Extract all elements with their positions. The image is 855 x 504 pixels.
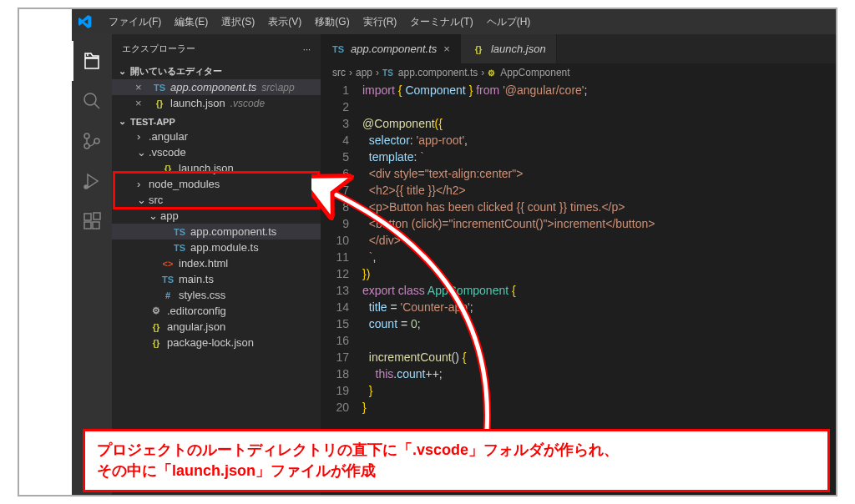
svg-rect-5 [84,214,91,220]
file-item[interactable]: TSapp.component.ts [112,224,321,239]
file-type-icon: TS [172,227,187,237]
file-type-icon: {} [471,44,486,54]
explorer-icon[interactable] [72,41,112,81]
sidebar-explorer: エクスプローラー ··· ⌄ 開いているエディター ×TSapp.compone… [112,34,321,495]
titlebar: ファイル(F)編集(E)選択(S)表示(V)移動(G)実行(R)ターミナル(T)… [72,9,836,34]
open-editors-list: ×TSapp.component.tssrc\app×{}launch.json… [112,79,321,111]
menu-bar: ファイル(F)編集(E)選択(S)表示(V)移動(G)実行(R)ターミナル(T)… [102,15,537,29]
folder-item[interactable]: ›.angular [112,129,321,144]
annotation-text: プロジェクトのルートディレクトリの直下に「.vscode」フォルダが作られ、 そ… [83,429,830,492]
svg-point-2 [84,144,89,149]
file-type-icon: <> [160,259,175,269]
file-type-icon: {} [149,322,164,332]
sidebar-title: エクスプローラー [122,43,195,55]
file-item[interactable]: TSapp.module.ts [112,239,321,255]
editor-tab[interactable]: {}launch.json [461,34,557,63]
folder-item[interactable]: ⌄app [112,208,321,224]
svg-point-4 [84,185,88,189]
file-item[interactable]: ⚙.editorconfig [112,303,321,319]
breadcrumb[interactable]: src›app›TSapp.component.ts›⚙AppComponent [321,63,836,82]
svg-point-1 [84,134,89,139]
menu-item[interactable]: 実行(R) [357,15,404,29]
svg-point-0 [84,93,96,105]
file-type-icon: {} [152,98,167,108]
svg-rect-7 [93,222,99,229]
breadcrumb-icon: TS [382,68,393,78]
menu-item[interactable]: 選択(S) [215,15,261,29]
file-type-icon: {} [160,164,175,174]
menu-item[interactable]: ヘルプ(H) [480,15,538,29]
close-icon[interactable]: × [135,81,149,93]
close-icon[interactable]: × [135,97,149,109]
file-type-icon: TS [172,243,187,253]
menu-item[interactable]: ターミナル(T) [403,15,479,29]
menu-item[interactable]: 移動(G) [308,15,356,29]
menu-item[interactable]: 編集(E) [168,15,215,29]
project-root-header[interactable]: ⌄ TEST-APP [112,114,321,129]
chevron-right-icon: › [137,178,149,190]
close-icon[interactable]: × [443,43,450,55]
file-type-icon: # [160,290,175,300]
activity-bar [72,34,112,495]
chevron-down-icon: ⌄ [137,194,149,206]
file-item[interactable]: {}package-lock.json [112,335,321,350]
chevron-down-icon: ⌄ [119,66,130,77]
editor-tabs: TSapp.component.ts×{}launch.json [321,34,836,63]
open-editor-item[interactable]: ×TSapp.component.tssrc\app [112,79,321,95]
file-item[interactable]: {}angular.json [112,319,321,335]
breadcrumb-icon: ⚙ [488,68,495,78]
svg-rect-6 [84,222,91,229]
open-editor-item[interactable]: ×{}launch.json.vscode [112,95,321,111]
folder-item[interactable]: ⌄src [112,192,321,208]
file-item[interactable]: <>index.html [112,255,321,271]
breadcrumb-segment[interactable]: src [332,67,346,78]
file-type-icon: ⚙ [149,305,164,316]
folder-item[interactable]: ⌄.vscode [112,144,321,160]
menu-item[interactable]: ファイル(F) [102,15,168,29]
breadcrumb-segment[interactable]: app.component.ts [398,67,478,78]
debug-icon[interactable] [72,161,112,201]
extensions-icon[interactable] [72,201,112,241]
chevron-down-icon: ⌄ [137,146,149,159]
breadcrumb-segment[interactable]: AppComponent [500,67,569,78]
file-item[interactable]: #styles.css [112,287,321,303]
more-icon[interactable]: ··· [303,44,311,54]
open-editors-header[interactable]: ⌄ 開いているエディター [112,63,321,79]
file-type-icon: {} [149,338,164,348]
screenshot-frame: ファイル(F)編集(E)選択(S)表示(V)移動(G)実行(R)ターミナル(T)… [18,8,837,496]
search-icon[interactable] [72,81,112,121]
file-tree: ›.angular⌄.vscode{}launch.json›node_modu… [112,129,321,350]
vscode-logo-icon [78,15,92,28]
chevron-down-icon: ⌄ [149,209,160,222]
menu-item[interactable]: 表示(V) [261,15,308,29]
file-type-icon: TS [160,275,175,285]
editor-tab[interactable]: TSapp.component.ts× [321,34,461,63]
file-item[interactable]: TSmain.ts [112,271,321,287]
breadcrumb-segment[interactable]: app [356,67,372,78]
svg-point-3 [94,139,99,144]
sidebar-header: エクスプローラー ··· [112,34,321,63]
chevron-right-icon: › [137,130,149,143]
file-type-icon: TS [152,83,167,93]
svg-rect-8 [94,213,100,219]
file-item[interactable]: {}launch.json [112,160,321,176]
folder-item[interactable]: ›node_modules [112,176,321,192]
file-type-icon: TS [331,44,346,54]
vscode-window: ファイル(F)編集(E)選択(S)表示(V)移動(G)実行(R)ターミナル(T)… [72,9,836,495]
source-control-icon[interactable] [72,121,112,161]
chevron-down-icon: ⌄ [119,116,130,127]
editor-area: TSapp.component.ts×{}launch.json src›app… [321,34,836,495]
